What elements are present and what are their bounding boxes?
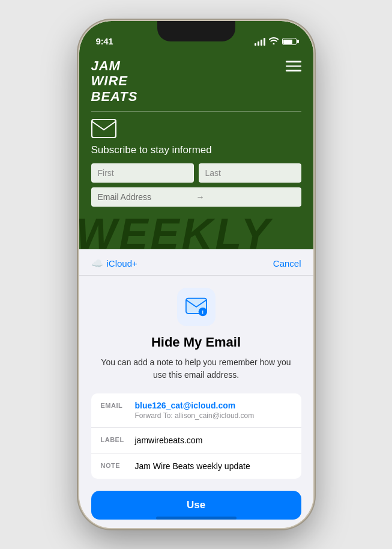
use-button[interactable]: Use: [91, 491, 301, 520]
note-field-label: NOTE: [101, 461, 128, 469]
app-content: JAM WIRE BEATS Subscri: [79, 51, 313, 249]
note-field-row: NOTE Jam Wire Beats weekly update: [91, 453, 301, 479]
email-field-value: blue126_cat@icloud.com: [135, 401, 292, 410]
sheet-description: You can add a note to help you remember …: [91, 356, 301, 381]
status-icons: [255, 37, 297, 46]
sheet-body: ! Hide My Email You can add a note to he…: [79, 276, 313, 479]
sheet-header: ☁️ iCloud+ Cancel: [79, 249, 313, 276]
icloud-icon: ☁️: [91, 258, 103, 269]
cancel-button[interactable]: Cancel: [273, 258, 301, 268]
last-name-input[interactable]: Last: [199, 163, 301, 183]
icloud-settings-link[interactable]: iCloud Settings: [166, 527, 226, 528]
status-time: 9:41: [96, 36, 113, 46]
email-field-content: blue126_cat@icloud.com Forward To: allis…: [135, 401, 292, 420]
weekly-text: WEEKLY: [79, 212, 313, 249]
hide-email-icon: !: [177, 288, 216, 326]
home-bar: [156, 517, 237, 520]
svg-rect-0: [92, 120, 116, 138]
hamburger-icon[interactable]: [286, 61, 301, 71]
email-icon-wrapper: [91, 119, 301, 141]
phone-screen: 9:41: [79, 21, 313, 528]
first-name-input[interactable]: First: [91, 163, 194, 183]
sheet-actions: Use iCloud Settings: [79, 479, 313, 528]
label-field-value: jamwirebeats.com: [135, 435, 203, 445]
label-field-row: LABEL jamwirebeats.com: [91, 428, 301, 453]
email-forward: Forward To: allison_cain@icloud.com: [135, 411, 292, 420]
signal-icon: [255, 38, 265, 46]
svg-text:!: !: [202, 309, 204, 315]
email-field-row: EMAIL blue126_cat@icloud.com Forward To:…: [91, 393, 301, 428]
note-field-content: Jam Wire Beats weekly update: [135, 461, 292, 472]
subscribe-title: Subscribe to stay informed: [91, 144, 301, 156]
icloud-label: ☁️ iCloud+: [91, 258, 137, 269]
bottom-sheet: ☁️ iCloud+ Cancel ! Hide My Email You ca…: [79, 249, 313, 508]
label-field-label: LABEL: [101, 435, 128, 443]
submit-arrow-icon[interactable]: →: [196, 192, 295, 202]
subscribe-section: Subscribe to stay informed First Last Em…: [79, 119, 313, 207]
phone-frame: 9:41: [79, 21, 313, 528]
app-divider: [91, 111, 301, 112]
label-field-content: jamwirebeats.com: [135, 435, 292, 446]
email-input[interactable]: Email Address →: [91, 187, 301, 207]
email-field-label: EMAIL: [101, 401, 128, 409]
wifi-icon: [269, 37, 279, 46]
battery-icon: [282, 38, 297, 45]
form-row: First Last: [91, 163, 301, 183]
phone-notch: [157, 21, 235, 41]
note-field-value: Jam Wire Beats weekly update: [135, 461, 250, 471]
sheet-title: Hide My Email: [151, 335, 241, 350]
sheet-fields: EMAIL blue126_cat@icloud.com Forward To:…: [91, 393, 301, 479]
app-header: JAM WIRE BEATS: [79, 51, 313, 104]
app-logo: JAM WIRE BEATS: [91, 58, 138, 104]
